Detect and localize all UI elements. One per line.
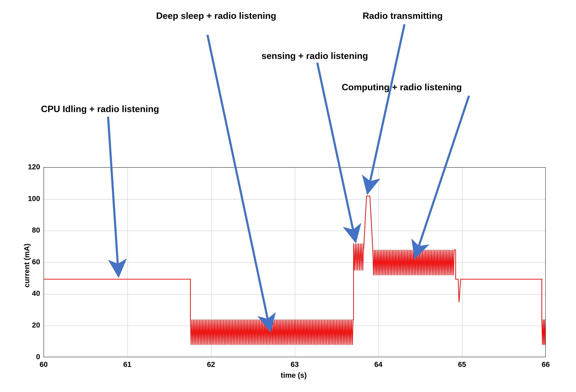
arrow-sensing xyxy=(317,63,356,242)
annotation-arrows xyxy=(0,0,576,392)
arrow-cpu-idling xyxy=(108,117,118,276)
arrow-computing xyxy=(415,96,469,258)
arrow-radio-tx xyxy=(368,24,404,193)
arrow-deep-sleep xyxy=(207,35,270,331)
figure-canvas: 0 20 40 60 80 100 120 60 61 62 63 64 65 … xyxy=(0,0,576,392)
